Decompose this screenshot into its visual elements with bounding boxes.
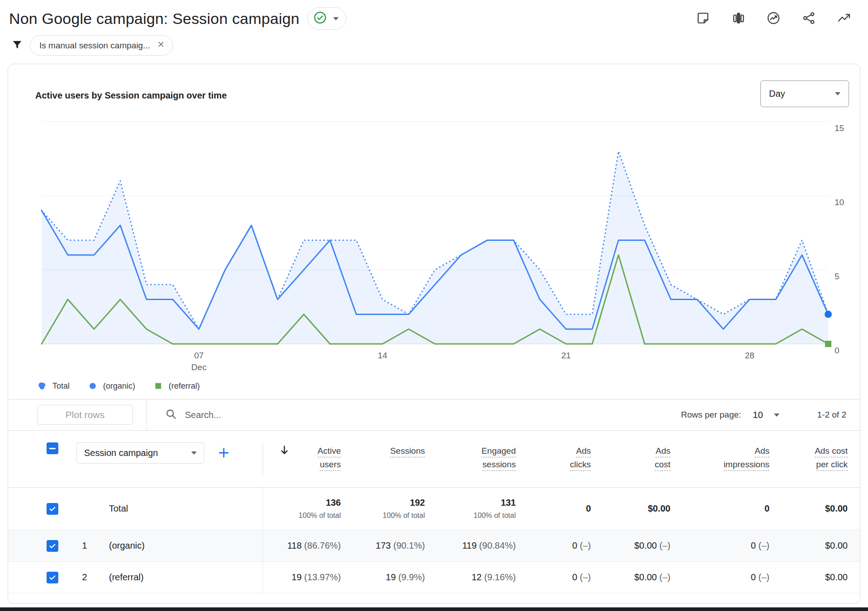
- chart-canvas: 05101507Dec142128: [34, 110, 859, 376]
- chart-legend: Total (organic) (referral): [8, 378, 860, 399]
- row-checkbox[interactable]: [47, 503, 58, 515]
- legend-item-total[interactable]: Total: [37, 381, 70, 391]
- legend-item-referral[interactable]: (referral): [153, 381, 200, 391]
- cell-value: 192: [341, 498, 425, 508]
- cell-value: 118: [287, 540, 302, 550]
- legend-label: (referral): [169, 381, 200, 391]
- x-tick-label: 28: [745, 351, 754, 360]
- cell-percent: (9.9%): [398, 572, 425, 582]
- x-tick-label: 07: [194, 351, 203, 360]
- report-card: Active users by Session campaign over ti…: [8, 64, 860, 604]
- rows-per-page-select[interactable]: 10: [753, 410, 779, 420]
- legend-label: (organic): [103, 381, 135, 391]
- granularity-value: Day: [769, 89, 785, 99]
- row-checkbox[interactable]: [47, 540, 58, 552]
- column-header-ads-cost-per-click[interactable]: Ads cost per click: [804, 444, 848, 471]
- select-all-checkbox[interactable]: [47, 442, 58, 454]
- divider: [146, 400, 147, 430]
- row-checkbox[interactable]: [47, 572, 58, 583]
- column-header-ads-impressions[interactable]: Ads impressions: [715, 444, 769, 471]
- granularity-select[interactable]: Day: [760, 80, 849, 107]
- cell-value: 119: [462, 540, 476, 550]
- close-icon[interactable]: [156, 40, 165, 51]
- cell-value: 0: [572, 540, 577, 550]
- column-header-ads-clicks[interactable]: Ads clicks: [563, 444, 591, 471]
- column-header-active-users[interactable]: Active users: [309, 444, 341, 471]
- chevron-down-icon: [774, 414, 779, 417]
- share-icon[interactable]: [801, 11, 816, 26]
- check-circle-icon: [313, 11, 327, 26]
- legend-label: Total: [52, 381, 70, 391]
- search-input[interactable]: [185, 410, 375, 420]
- cell-percent: (13.97%): [304, 572, 341, 582]
- table-row: 1 (organic) 118 (86.76%) 173 (90.1%) 119…: [8, 530, 860, 562]
- cell-percent: (86.76%): [304, 540, 341, 550]
- cell-subtext: 100% of total: [341, 512, 425, 520]
- plot-rows-button[interactable]: Plot rows: [37, 405, 133, 425]
- cell-value: $0.00: [591, 503, 670, 514]
- cell-value: $0.00: [769, 503, 848, 514]
- table-total-row: Total 136100% of total 192100% of total …: [8, 488, 860, 530]
- comparison-icon[interactable]: [731, 11, 746, 26]
- chevron-down-icon: [333, 17, 339, 20]
- cell-percent: (–): [759, 572, 769, 582]
- chevron-down-icon: [835, 92, 840, 95]
- cell-value: $0.00: [634, 540, 657, 550]
- cell-value: 0: [572, 572, 577, 582]
- cell-percent: (–): [660, 572, 670, 582]
- cell-value: 131: [425, 498, 516, 508]
- x-tick-label: 14: [377, 351, 387, 360]
- x-tick-sublabel: Dec: [191, 362, 207, 372]
- column-header-engaged-sessions[interactable]: Engaged sessions: [474, 444, 516, 471]
- cell-value: 19: [386, 572, 396, 582]
- y-tick-label: 5: [835, 272, 840, 281]
- line-chart: 05101507Dec142128: [8, 107, 860, 378]
- cell-percent: (–): [580, 540, 591, 550]
- cell-value: 0: [516, 503, 591, 514]
- filter-icon: [11, 38, 24, 53]
- pagination-status: 1-2 of 2: [817, 410, 846, 420]
- cell-percent: (–): [580, 572, 591, 582]
- cell-value: 0: [751, 540, 756, 550]
- cell-subtext: 100% of total: [263, 512, 341, 520]
- filter-bar: Is manual session campaig...: [0, 33, 868, 62]
- page-title: Non Google campaign: Session campaign: [9, 10, 299, 28]
- cell-value: $0.00: [825, 540, 848, 550]
- legend-item-organic[interactable]: (organic): [88, 381, 135, 391]
- cell-value: 0: [751, 572, 756, 582]
- row-label: (organic): [97, 540, 145, 551]
- cell-value: $0.00: [825, 572, 848, 582]
- cell-value: 136: [263, 498, 341, 508]
- cell-percent: (9.16%): [484, 572, 516, 582]
- row-index: 1: [72, 540, 97, 551]
- column-header-ads-cost[interactable]: Ads cost: [647, 444, 670, 471]
- filter-chip[interactable]: Is manual session campaig...: [30, 35, 173, 56]
- x-tick-label: 21: [561, 351, 571, 360]
- circle-icon: [88, 381, 98, 391]
- cell-value: 0: [670, 503, 769, 514]
- endpoint-marker-total: [825, 310, 832, 318]
- sort-descending-icon[interactable]: [278, 444, 290, 471]
- y-tick-label: 0: [835, 346, 840, 355]
- dimension-selector[interactable]: Session campaign: [76, 442, 204, 464]
- search-icon: [165, 408, 177, 422]
- rows-per-page-label: Rows per page:: [681, 410, 741, 420]
- report-status-pill[interactable]: [307, 7, 346, 30]
- note-icon[interactable]: [695, 11, 711, 26]
- bottom-edge-bar: [0, 607, 868, 611]
- ink-blob-icon: [37, 381, 47, 391]
- table-row: 2 (referral) 19 (13.97%) 19 (9.9%) 12 (9…: [8, 562, 860, 593]
- report-header: Non Google campaign: Session campaign: [0, 0, 868, 33]
- endpoint-marker-referral: [825, 341, 831, 347]
- cell-value: 19: [292, 572, 302, 582]
- row-label: Total: [97, 503, 128, 514]
- dimension-selector-value: Session campaign: [84, 448, 158, 458]
- cell-value: $0.00: [634, 572, 657, 582]
- cell-value: 173: [376, 540, 391, 550]
- insights-icon[interactable]: [766, 11, 781, 26]
- chevron-down-icon: [191, 451, 197, 455]
- add-dimension-button[interactable]: [217, 446, 231, 460]
- row-label: (referral): [97, 572, 144, 583]
- column-header-sessions[interactable]: Sessions: [390, 444, 425, 458]
- trending-icon[interactable]: [836, 11, 852, 26]
